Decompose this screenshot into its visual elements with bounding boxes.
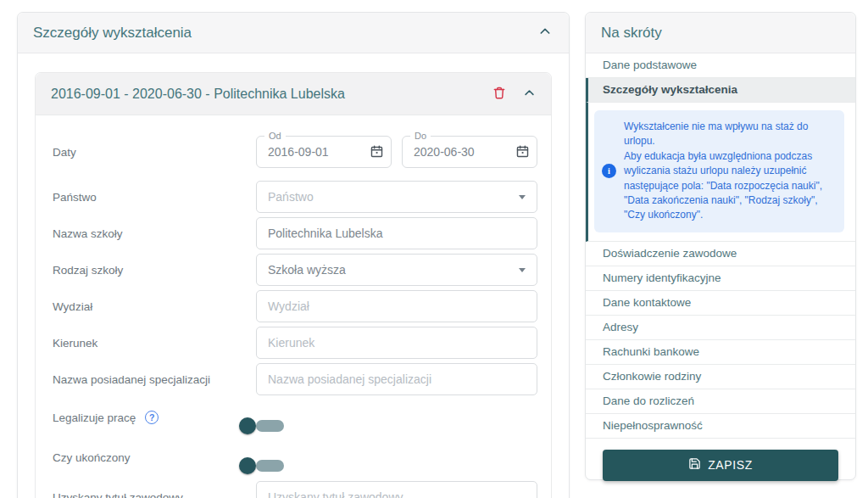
education-card-body: 2016-09-01 - 2020-06-30 - Politechnika L… <box>18 53 569 498</box>
entry-collapse-button[interactable] <box>521 85 537 104</box>
nav-item-dane-do-rozliczen[interactable]: Dane do rozliczeń <box>586 389 855 414</box>
trash-icon <box>492 86 506 103</box>
info-line-2: Aby edukacja była uwzględniona podczas w… <box>624 149 836 223</box>
delete-entry-button[interactable] <box>491 84 508 104</box>
education-entry-form: Daty Od 2016-09-01 <box>36 115 551 498</box>
faculty-row: Wydział <box>53 290 537 322</box>
school-type-row: Rodzaj szkoły Szkoła wyższa <box>53 254 537 286</box>
education-details-card: Szczegóły wykształcenia 2016-09-01 - 202… <box>17 12 570 498</box>
date-to-field[interactable]: Do 2020-06-30 <box>402 136 537 168</box>
education-entry-card: 2016-09-01 - 2020-06-30 - Politechnika L… <box>35 72 552 498</box>
country-select[interactable]: Państwo <box>256 181 537 213</box>
calendar-icon <box>515 148 530 161</box>
save-button-label: ZAPISZ <box>708 458 753 472</box>
specialization-input[interactable] <box>256 363 537 395</box>
date-to-label: Do <box>410 130 431 142</box>
nav-item-niepelnosprawnosc[interactable]: Niepełnosprawność <box>586 414 855 439</box>
nav-item-numery-identyfikacyjne[interactable]: Numery identyfikacyjne <box>586 266 855 291</box>
education-info-section: i Wykształcenie nie ma wpływu na staż do… <box>586 103 855 242</box>
country-label: Państwo <box>53 191 256 204</box>
toggle-track <box>256 420 284 432</box>
faculty-label: Wydział <box>53 300 256 313</box>
school-name-input[interactable] <box>256 217 537 249</box>
legalizes-work-row: Legalizuje pracę ? <box>53 400 537 435</box>
education-entry-header[interactable]: 2016-09-01 - 2020-06-30 - Politechnika L… <box>36 73 551 115</box>
specialization-row: Nazwa posiadanej specjalizacji <box>53 363 537 395</box>
nav-item-rachunki-bankowe[interactable]: Rachunki bankowe <box>586 340 855 365</box>
dates-row: Daty Od 2016-09-01 <box>53 136 537 168</box>
education-card-header: Szczegóły wykształcenia <box>18 13 569 53</box>
toggle-track <box>256 460 284 472</box>
field-of-study-input[interactable] <box>256 327 537 359</box>
education-entry-title: 2016-09-01 - 2020-06-30 - Politechnika L… <box>49 87 491 102</box>
save-disk-icon <box>688 457 701 473</box>
date-from-picker-button[interactable] <box>370 144 384 161</box>
faculty-input[interactable] <box>256 290 537 322</box>
save-button[interactable]: ZAPISZ <box>603 450 838 481</box>
school-name-label: Nazwa szkoły <box>53 227 256 240</box>
country-select-placeholder: Państwo <box>268 190 314 204</box>
completed-label: Czy ukończony <box>53 451 256 464</box>
date-from-field[interactable]: Od 2016-09-01 <box>256 136 392 168</box>
info-icon: i <box>602 164 616 178</box>
school-type-select[interactable]: Szkoła wyższa <box>256 254 537 286</box>
education-collapse-button[interactable] <box>537 23 554 42</box>
toggle-knob <box>239 457 256 474</box>
dates-label: Daty <box>53 146 256 159</box>
date-to-picker-button[interactable] <box>515 144 530 161</box>
chevron-up-icon <box>523 87 536 102</box>
nav-item-doswiadczenie-zawodowe[interactable]: Doświadczenie zawodowe <box>586 242 855 266</box>
completed-row: Czy ukończony <box>53 439 537 475</box>
field-of-study-label: Kierunek <box>53 337 256 350</box>
shortcuts-card: Na skróty Dane podstawowe Szczegóły wyks… <box>585 12 856 480</box>
dropdown-caret-icon <box>519 268 526 272</box>
nav-item-dane-podstawowe[interactable]: Dane podstawowe <box>586 53 855 78</box>
shortcuts-nav: Dane podstawowe Szczegóły wykształcenia … <box>586 53 855 439</box>
nav-item-czlonkowie-rodziny[interactable]: Członkowie rodziny <box>586 365 855 389</box>
school-type-label: Rodzaj szkoły <box>53 264 256 277</box>
calendar-icon <box>370 148 384 161</box>
education-card-title: Szczegóły wykształcenia <box>33 25 192 42</box>
chevron-up-icon <box>538 25 552 41</box>
help-icon[interactable]: ? <box>145 411 159 424</box>
nav-item-adresy[interactable]: Adresy <box>586 316 855 340</box>
obtained-title-input[interactable] <box>256 481 537 498</box>
shortcuts-header: Na skróty <box>586 13 855 53</box>
school-name-row: Nazwa szkoły <box>53 217 537 249</box>
obtained-title-row: Uzyskany tytuł zawodowy <box>53 481 537 498</box>
school-type-select-value: Szkoła wyższa <box>268 263 346 277</box>
info-box: i Wykształcenie nie ma wpływu na staż do… <box>594 110 844 232</box>
country-row: Państwo Państwo <box>53 181 537 213</box>
save-area: ZAPISZ <box>586 439 855 492</box>
specialization-label: Nazwa posiadanej specjalizacji <box>53 373 256 386</box>
obtained-title-label: Uzyskany tytuł zawodowy <box>53 491 256 498</box>
legalizes-work-label: Legalizuje pracę <box>53 411 136 424</box>
nav-item-szczegoly-wyksztalcenia[interactable]: Szczegóły wykształcenia <box>586 78 855 103</box>
nav-item-dane-kontaktowe[interactable]: Dane kontaktowe <box>586 291 855 316</box>
shortcuts-title: Na skróty <box>601 25 662 42</box>
info-text: Wykształcenie nie ma wpływu na staż do u… <box>624 120 836 223</box>
dropdown-caret-icon <box>519 195 526 199</box>
toggle-knob <box>239 417 256 434</box>
date-from-label: Od <box>264 130 286 142</box>
info-line-1: Wykształcenie nie ma wpływu na staż do u… <box>624 120 836 149</box>
field-of-study-row: Kierunek <box>53 327 537 359</box>
